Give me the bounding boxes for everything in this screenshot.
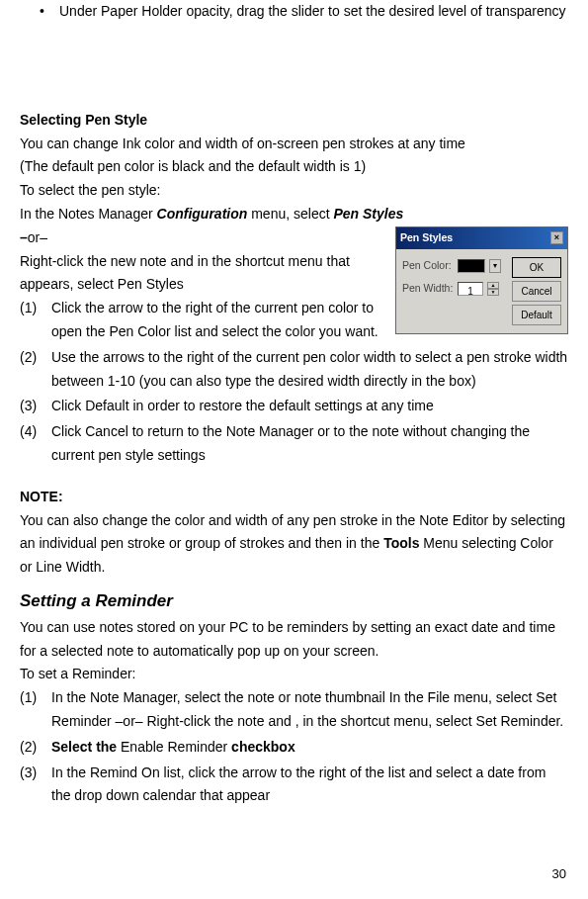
section1-p3: To select the pen style: (20, 179, 568, 203)
section2-p1: You can use notes stored on your PC to b… (20, 616, 568, 664)
step-number: (3) (20, 395, 51, 418)
step-number: (4) (20, 420, 51, 468)
step-text: In the Note Manager, select the note or … (51, 686, 568, 734)
intro-bullet-text: Under Paper Holder opacity, drag the sli… (59, 0, 566, 24)
section2-title: Setting a Reminder (20, 587, 568, 616)
section1-p2: (The default pen color is black and the … (20, 155, 568, 179)
pen-styles-dialog: Pen Styles × Pen Color: ▾ Pen Width: 1 ▲… (395, 226, 568, 334)
default-button[interactable]: Default (512, 305, 561, 325)
page-number: 30 (552, 863, 566, 885)
dialog-title: Pen Styles (400, 229, 453, 247)
step-text: Click Cancel to return to the Note Manag… (51, 420, 568, 468)
pen-width-spinner[interactable]: ▲▼ (487, 282, 499, 296)
section1-p4: In the Notes Manager Configuration menu,… (20, 203, 568, 226)
note-body: You can also change the color and width … (20, 509, 568, 580)
step-number: (3) (20, 762, 51, 809)
pen-color-label: Pen Color: (402, 257, 454, 275)
section1-title: Selecting Pen Style (20, 109, 568, 133)
step-number: (1) (20, 686, 51, 734)
pen-color-dropdown[interactable]: ▾ (489, 259, 501, 273)
step-number: (1) (20, 297, 51, 344)
cancel-button[interactable]: Cancel (512, 281, 561, 302)
note-title: NOTE: (20, 486, 568, 509)
step-text: Click Default in order to restore the de… (51, 395, 568, 418)
section1-p1: You can change Ink color and width of on… (20, 133, 568, 156)
section2-p2: To set a Reminder: (20, 663, 568, 686)
step-text: Use the arrows to the right of the curre… (51, 346, 568, 394)
step-number: (2) (20, 736, 51, 760)
step-text: Click the arrow to the right of the curr… (51, 297, 389, 344)
step-text: In the Remind On list, click the arrow t… (51, 762, 568, 809)
pen-width-label: Pen Width: (402, 280, 454, 298)
ok-button[interactable]: OK (512, 257, 561, 278)
pen-width-input[interactable]: 1 (458, 282, 483, 296)
pen-color-swatch[interactable] (458, 259, 485, 273)
bullet-dot: • (40, 0, 59, 24)
close-icon[interactable]: × (550, 231, 563, 244)
step-number: (2) (20, 346, 51, 394)
step-text: Select the Enable Reminder checkbox (51, 736, 568, 760)
